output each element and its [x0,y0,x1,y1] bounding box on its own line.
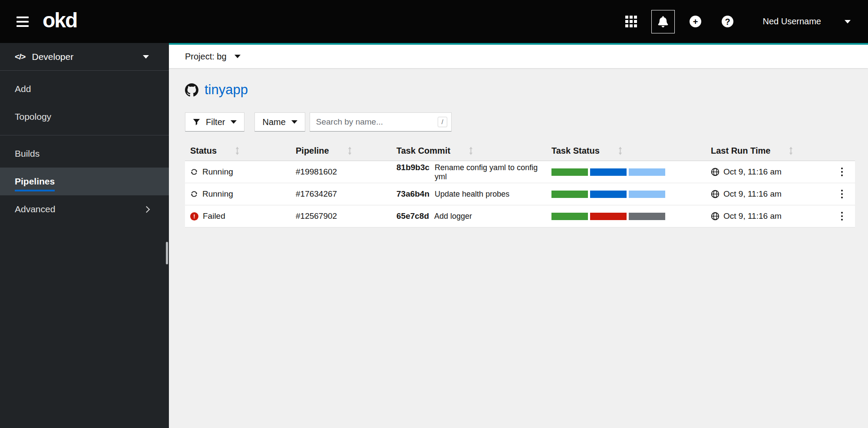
commit-message: Add logger [434,212,472,221]
page-body: tinyapp Filter Name / Status [169,68,868,227]
table-row: Running #19981602 81b9b3c Rename config … [185,161,855,183]
perspective-switcher[interactable]: </> Developer [0,43,169,71]
sidebar-item-pipelines[interactable]: Pipelines [0,168,169,195]
task-bar [629,213,665,220]
column-header-status[interactable]: Status [185,146,296,156]
search-shortcut-badge: / [438,117,447,127]
task-bar [551,213,588,220]
sidebar-group-top: Add Topology [0,71,169,135]
task-commit-cell: 81b9b3c Rename config yaml to config yml [396,163,551,181]
globe-icon [711,212,719,221]
commit-hash[interactable]: 73a6b4n [396,189,429,199]
search-field-wrap: / [310,112,452,132]
kebab-menu-icon[interactable] [838,187,846,201]
task-bar [551,191,588,198]
filter-label: Filter [206,117,225,127]
commit-hash[interactable]: 65e7c8d [396,211,429,221]
commit-message: Update health probes [435,190,509,199]
chevron-down-icon [291,120,297,124]
code-icon: </> [15,52,25,62]
notifications-button[interactable] [651,10,675,33]
page-title-row: tinyapp [185,82,855,98]
status-cell: Failed [185,211,296,221]
task-bar [590,168,627,176]
commit-message: Rename config yaml to config yml [435,163,551,181]
okd-logo[interactable]: okd [43,10,77,33]
last-run-time: Oct 9, 11:16 am [723,211,782,221]
column-header-pipeline[interactable]: Pipeline [296,146,396,156]
sidebar-item-topology[interactable]: Topology [0,103,169,131]
table-row: Failed #12567902 65e7c8d Add logger [185,205,855,227]
table-row: Running #17634267 73a6b4n Update health … [185,183,855,205]
pipeline-id[interactable]: #17634267 [296,189,396,199]
sidebar-item-advanced[interactable]: Advanced [0,195,169,223]
sidebar-item-label: Add [15,84,31,94]
sidebar: </> Developer Add Topology Builds Pipeli… [0,43,169,428]
pipeline-table: Status Pipeline Task Commit Task Status … [185,141,855,227]
menu-toggle-icon[interactable] [16,14,30,30]
task-status-bars [551,213,711,220]
sidebar-item-builds[interactable]: Builds [0,140,169,168]
task-commit-cell: 65e7c8d Add logger [396,211,551,221]
pipeline-id[interactable]: #19981602 [296,167,396,177]
column-header-last-run-time[interactable]: Last Run Time [711,146,829,156]
task-status-bars [551,168,711,176]
task-bar [551,168,588,176]
sidebar-item-label: Pipelines [15,176,55,187]
status-text: Running [202,167,233,177]
app-launcher-icon[interactable] [619,10,643,33]
column-header-task-commit[interactable]: Task Commit [396,146,551,156]
globe-icon [711,168,719,176]
last-run-time: Oct 9, 11:16 am [723,189,782,199]
sidebar-item-label: Builds [15,148,40,159]
attribute-label: Name [262,117,285,127]
pipeline-id[interactable]: #12567902 [296,211,396,221]
add-button[interactable]: + [683,10,707,33]
task-status-bars [551,191,711,198]
commit-hash[interactable]: 81b9b3c [396,163,429,172]
search-input[interactable] [310,112,452,132]
project-selector[interactable]: Project: bg [169,45,868,68]
user-menu[interactable]: Ned Username [762,16,851,26]
chevron-down-icon [231,120,237,124]
sidebar-scrollbar[interactable] [166,242,168,264]
project-label: Project: bg [185,52,227,62]
last-run-time: Oct 9, 11:16 am [723,167,782,177]
attribute-dropdown[interactable]: Name [254,112,305,132]
status-text: Running [202,189,233,199]
filter-dropdown[interactable]: Filter [185,112,244,132]
status-cell: Running [185,167,296,177]
help-button[interactable]: ? [716,10,739,33]
status-cell: Running [185,189,296,199]
status-text: Failed [203,211,225,221]
sidebar-item-label: Topology [15,112,51,122]
bell-icon [658,16,668,27]
sidebar-item-add[interactable]: Add [0,75,169,103]
chevron-right-icon [143,206,150,213]
main-content: Project: bg tinyapp Filter Name [169,43,868,428]
sidebar-item-label: Advanced [15,204,55,214]
task-bar [629,191,665,198]
table-header-row: Status Pipeline Task Commit Task Status … [185,141,855,161]
kebab-menu-icon[interactable] [838,165,846,179]
sort-icon [235,147,240,155]
column-header-task-status[interactable]: Task Status [551,146,711,156]
last-run-cell: Oct 9, 11:16 am [711,167,829,177]
page-title[interactable]: tinyapp [205,82,248,98]
sort-icon [618,147,623,155]
task-commit-cell: 73a6b4n Update health probes [396,189,551,199]
last-run-cell: Oct 9, 11:16 am [711,189,829,199]
globe-icon [711,190,719,198]
masthead-right: + ? Ned Username [615,10,851,33]
task-bar [590,213,627,220]
kebab-menu-icon[interactable] [838,209,846,224]
sort-icon [789,147,793,155]
filter-icon [193,119,200,126]
filter-toolbar: Filter Name / [185,112,855,132]
active-indicator [15,190,55,191]
question-circle-icon: ? [722,16,733,27]
user-name: Ned Username [762,16,821,26]
sort-icon [347,147,352,155]
chevron-down-icon [143,55,149,59]
chevron-down-icon [845,20,851,23]
